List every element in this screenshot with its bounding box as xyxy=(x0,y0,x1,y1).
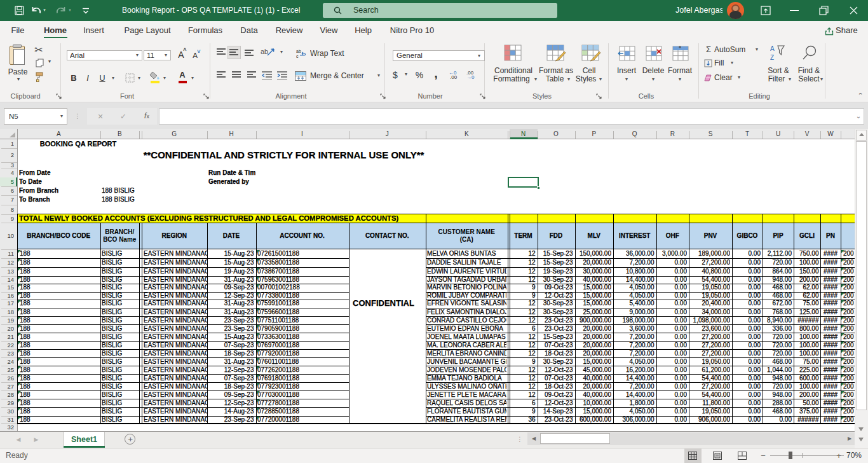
svg-text:→0: →0 xyxy=(466,74,475,79)
svg-text:ab: ab xyxy=(296,49,301,53)
svg-text:Z: Z xyxy=(770,54,774,61)
svg-text:c: c xyxy=(296,54,299,59)
svg-text:.00: .00 xyxy=(450,74,458,79)
svg-text:A: A xyxy=(770,45,775,52)
